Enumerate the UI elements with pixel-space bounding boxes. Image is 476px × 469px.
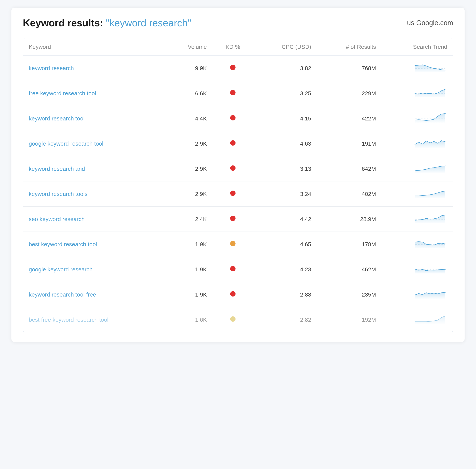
keyword-link[interactable]: google keyword research [29, 266, 93, 272]
kd-dot [230, 140, 236, 146]
keyword-link[interactable]: seo keyword research [29, 216, 84, 222]
trend-sparkline [413, 187, 447, 199]
keyword-cell[interactable]: best free keyword research tool [23, 307, 165, 332]
volume-cell: 2.9K [165, 182, 212, 207]
col-keyword: Keyword [23, 38, 165, 56]
volume-cell: 1.9K [165, 282, 212, 307]
keyword-link[interactable]: best free keyword research tool [29, 317, 109, 323]
keyword-cell[interactable]: keyword research [23, 56, 165, 81]
cpc-cell: 4.65 [253, 232, 317, 257]
cpc-cell: 4.63 [253, 131, 317, 156]
keyword-cell[interactable]: keyword research tool [23, 106, 165, 131]
kd-cell [212, 56, 253, 81]
cpc-cell: 4.23 [253, 257, 317, 282]
keyword-link[interactable]: keyword research tool free [29, 291, 96, 298]
table-row: keyword research 9.9K 3.82 768M [23, 56, 453, 81]
keyword-cell[interactable]: seo keyword research [23, 207, 165, 232]
kd-cell [212, 232, 253, 257]
meta-label: us [407, 19, 414, 27]
table-row: google keyword research tool 2.9K 4.63 1… [23, 131, 453, 156]
trend-sparkline [413, 263, 447, 274]
volume-cell: 1.9K [165, 257, 212, 282]
kd-cell [212, 307, 253, 332]
kd-cell [212, 106, 253, 131]
trend-cell [382, 56, 453, 81]
table-row: best free keyword research tool 1.6K 2.8… [23, 307, 453, 332]
results-cell: 422M [317, 106, 381, 131]
meta-domain: Google.com [416, 19, 453, 27]
trend-sparkline [413, 87, 447, 98]
volume-cell: 4.4K [165, 106, 212, 131]
results-cell: 768M [317, 56, 381, 81]
results-cell: 462M [317, 257, 381, 282]
trend-cell [382, 106, 453, 131]
kd-dot [230, 266, 236, 271]
trend-cell [382, 232, 453, 257]
trend-sparkline [413, 288, 447, 300]
trend-cell [382, 156, 453, 182]
results-cell: 229M [317, 81, 381, 106]
keyword-cell[interactable]: keyword research and [23, 156, 165, 182]
results-cell: 28.9M [317, 207, 381, 232]
trend-sparkline [413, 238, 447, 249]
table-row: keyword research tool free 1.9K 2.88 235… [23, 282, 453, 307]
kd-dot [230, 316, 236, 322]
col-kd: KD % [212, 38, 253, 56]
keyword-link[interactable]: keyword research tool [29, 115, 84, 122]
trend-cell [382, 307, 453, 332]
keyword-cell[interactable]: keyword research tools [23, 182, 165, 207]
keyword-cell[interactable]: google keyword research [23, 257, 165, 282]
trend-sparkline [413, 62, 447, 73]
results-cell: 235M [317, 282, 381, 307]
table-row: google keyword research 1.9K 4.23 462M [23, 257, 453, 282]
cpc-cell: 4.15 [253, 106, 317, 131]
keyword-link[interactable]: keyword research and [29, 166, 85, 172]
keyword-link[interactable]: best keyword research tool [29, 241, 97, 247]
trend-cell [382, 257, 453, 282]
keyword-link[interactable]: keyword research tools [29, 191, 87, 197]
volume-cell: 2.9K [165, 131, 212, 156]
col-results: # of Results [317, 38, 381, 56]
keyword-cell[interactable]: free keyword research tool [23, 81, 165, 106]
volume-cell: 2.4K [165, 207, 212, 232]
page-wrapper: Keyword results: "keyword research" us G… [11, 8, 465, 342]
trend-cell [382, 131, 453, 156]
header: Keyword results: "keyword research" us G… [23, 17, 453, 29]
keyword-link[interactable]: keyword research [29, 65, 74, 71]
cpc-cell: 3.13 [253, 156, 317, 182]
volume-cell: 6.6K [165, 81, 212, 106]
kd-cell [212, 282, 253, 307]
kd-cell [212, 182, 253, 207]
results-cell: 191M [317, 131, 381, 156]
page-title: Keyword results: "keyword research" [23, 17, 191, 29]
trend-sparkline [413, 137, 447, 149]
title-prefix: Keyword results: [23, 17, 106, 28]
volume-cell: 9.9K [165, 56, 212, 81]
kd-dot [230, 65, 236, 70]
header-meta: us Google.com [407, 19, 453, 27]
kd-cell [212, 81, 253, 106]
keyword-link[interactable]: google keyword research tool [29, 140, 103, 147]
col-trend: Search Trend [382, 38, 453, 56]
table-row: keyword research tools 2.9K 3.24 402M [23, 182, 453, 207]
kd-cell [212, 156, 253, 182]
volume-cell: 2.9K [165, 156, 212, 182]
table-row: keyword research and 2.9K 3.13 642M [23, 156, 453, 182]
keyword-cell[interactable]: keyword research tool free [23, 282, 165, 307]
kd-cell [212, 207, 253, 232]
trend-sparkline [413, 112, 447, 123]
keyword-link[interactable]: free keyword research tool [29, 90, 96, 96]
keyword-cell[interactable]: google keyword research tool [23, 131, 165, 156]
search-query: "keyword research" [106, 17, 191, 28]
results-table: Keyword Volume KD % CPC (USD) # of Resul… [23, 38, 453, 332]
trend-cell [382, 81, 453, 106]
kd-cell [212, 257, 253, 282]
kd-dot [230, 216, 236, 221]
table-row: free keyword research tool 6.6K 3.25 229… [23, 81, 453, 106]
keyword-cell[interactable]: best keyword research tool [23, 232, 165, 257]
results-table-container: Keyword Volume KD % CPC (USD) # of Resul… [23, 38, 453, 332]
cpc-cell: 4.42 [253, 207, 317, 232]
table-row: best keyword research tool 1.9K 4.65 178… [23, 232, 453, 257]
kd-dot [230, 241, 236, 246]
table-row: keyword research tool 4.4K 4.15 422M [23, 106, 453, 131]
